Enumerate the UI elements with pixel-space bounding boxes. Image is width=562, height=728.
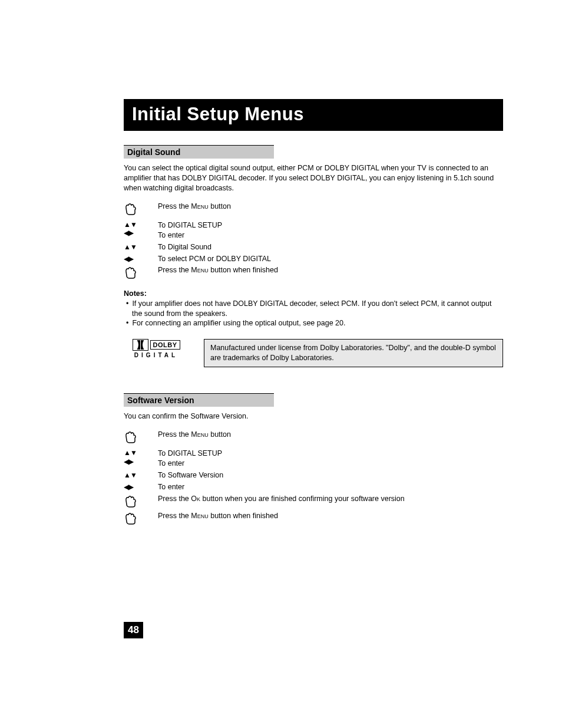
software-version-steps: Press the Menu button ▲▼◀▶ To DIGITAL SE… xyxy=(124,430,503,526)
updown-arrows-icon: ▲▼◀▶ xyxy=(124,220,158,238)
section-heading-software-version: Software Version xyxy=(124,393,274,407)
dolby-double-d-icon xyxy=(133,339,148,351)
dolby-digital-text: DIGITAL xyxy=(124,352,189,358)
manual-page: Initial Setup Menus Digital Sound You ca… xyxy=(0,0,562,558)
notes-heading: Notes: xyxy=(124,289,503,298)
hand-press-icon xyxy=(124,494,158,509)
hand-press-icon xyxy=(124,202,158,217)
section-heading-digital-sound: Digital Sound xyxy=(124,145,274,159)
note-item: For connecting an amplifier using the op… xyxy=(124,318,503,328)
dolby-license-text: Manufactured under license from Dolby La… xyxy=(204,339,503,367)
step-text: Press the Menu button xyxy=(158,202,231,212)
step-text: Press the Menu button when finished xyxy=(158,511,278,521)
digital-sound-steps: Press the Menu button ▲▼◀▶ To DIGITAL SE… xyxy=(124,202,503,281)
dolby-row: DOLBY DIGITAL Manufactured under license… xyxy=(124,339,503,367)
step-text: Press the Ok button when you are finishe… xyxy=(158,494,405,504)
step-text: Press the Menu button when finished xyxy=(158,265,278,275)
page-title-bar: Initial Setup Menus xyxy=(124,99,503,131)
notes-list: If your amplifier does not have DOLBY DI… xyxy=(124,299,503,329)
note-item: If your amplifier does not have DOLBY DI… xyxy=(124,299,503,319)
step-text: To DIGITAL SETUPTo enter xyxy=(158,449,222,469)
step-text: To DIGITAL SETUPTo enter xyxy=(158,220,222,241)
leftright-arrows-icon: ◀▶ xyxy=(124,254,158,263)
page-title: Initial Setup Menus xyxy=(132,104,495,125)
step-text: To enter xyxy=(158,482,184,492)
page-number: 48 xyxy=(124,622,143,638)
software-version-intro: You can confirm the Software Version. xyxy=(124,411,503,421)
updown-arrows-icon: ▲▼◀▶ xyxy=(124,449,158,466)
hand-press-icon xyxy=(124,430,158,445)
digital-sound-intro: You can select the optical digital sound… xyxy=(124,163,503,193)
leftright-arrows-icon: ◀▶ xyxy=(124,482,158,491)
dolby-brand-text: DOLBY xyxy=(150,340,180,350)
updown-arrows-icon: ▲▼ xyxy=(124,242,158,251)
dolby-digital-logo: DOLBY DIGITAL xyxy=(124,339,189,358)
hand-press-icon xyxy=(124,511,158,526)
step-text: To Digital Sound xyxy=(158,242,211,252)
step-text: To select PCM or DOLBY DIGITAL xyxy=(158,254,271,264)
updown-arrows-icon: ▲▼ xyxy=(124,470,158,479)
step-text: Press the Menu button xyxy=(158,430,231,440)
step-text: To Software Version xyxy=(158,470,223,480)
hand-press-icon xyxy=(124,265,158,281)
